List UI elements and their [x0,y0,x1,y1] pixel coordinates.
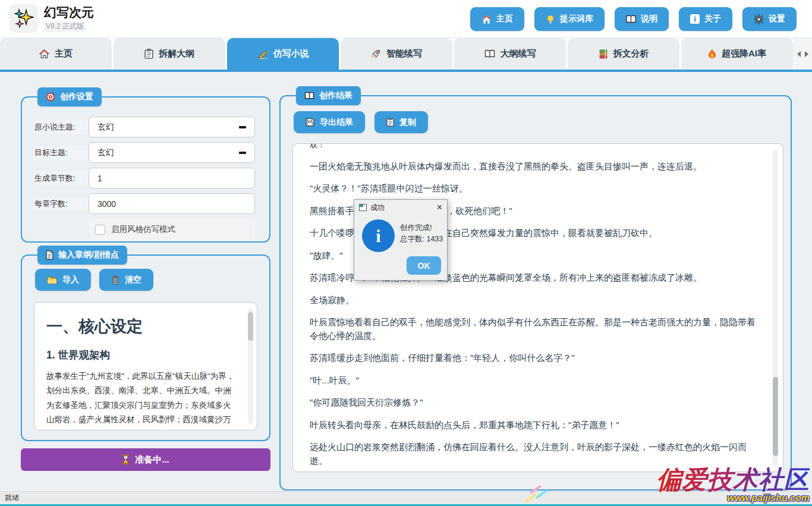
source-theme-label: 原小说主题: [34,120,89,134]
book-icon [626,15,636,24]
copy-button[interactable]: 复制 [374,111,428,133]
sparkles-logo-icon [10,4,38,33]
words-per-chapter-field [89,193,255,214]
dropdown-indicator-icon [239,152,246,154]
app-version: V8.2 正式版 [44,21,86,32]
creation-result-badge: 创作结果 [296,86,361,105]
home-button[interactable]: 主页 [470,7,524,31]
info-circle-icon: i [362,219,395,252]
prompt-library-button-label: 提示词库 [560,14,593,24]
prompt-library-button[interactable]: 提示词库 [534,7,605,31]
export-result-button[interactable]: 导出结果 [294,111,365,133]
result-scrollbar [773,150,778,466]
lightbulb-icon [546,14,555,24]
writing-pencil-icon [257,49,268,59]
source-theme-select[interactable]: 玄幻 [89,117,255,137]
outline-input-badge: 输入章纲/剧情点 [37,246,127,265]
success-dialog-titlebar: 成功 × [354,200,447,215]
target-theme-select[interactable]: 玄幻 [89,142,255,163]
tab-outline-continue-label: 大纲续写 [501,48,536,59]
success-message-line1: 创作完成! [400,222,443,234]
open-book-icon [304,92,314,100]
outline-body-text: 故事发生于"九州玄境"，此界以五座"镇天山脉"为界，划分出东炎、西漠、南泽、北寒… [46,369,237,430]
result-paragraph: 叶辰转头看向母亲，在林氏鼓励的点头后，郑重其事地跪下行礼："弟子愿意！" [310,419,756,432]
tab-outline-extract[interactable]: 拆解大纲 [114,38,225,70]
tab-home[interactable]: 主页 [0,38,112,70]
tab-text-analysis-label: 拆文分析 [613,48,649,59]
trash-icon [111,275,119,285]
help-button[interactable]: 说明 [615,7,669,31]
result-paragraph: 叶辰震惊地看着自己的双手，他能感觉到，体内似乎有什么东西正在苏醒。那是一种古老而… [310,316,756,342]
app-logo: 幻写次元 V8.2 正式版 [10,4,94,33]
generate-status-button[interactable]: 准备中... [21,448,270,471]
creation-settings-panel: 创作设置 原小说主题: 玄幻 目标主题: 玄幻 生成章节数: [21,96,270,243]
outline-textarea[interactable]: 一、核心设定 1. 世界观架构 故事发生于"九州玄境"，此界以五座"镇天山脉"为… [34,302,257,430]
open-book-icon [484,49,495,58]
main-area: 创作设置 原小说主题: 玄幻 目标主题: 玄幻 生成章节数: [0,72,812,491]
tab-scroll-right-icon[interactable] [805,51,808,57]
chapter-count-label: 生成章节数: [34,171,89,186]
books-icon [599,49,608,59]
result-paragraph: "你可愿随我回天衍宗修炼？" [310,396,756,410]
outline-input-title: 输入章纲/剧情点 [58,250,119,260]
tab-scroll-arrows [793,38,812,70]
success-dialog: 成功 × i 创作完成! 总字数: 1433 OK [354,199,448,281]
tab-outline-continue[interactable]: 大纲续写 [454,38,566,70]
home-icon [39,49,49,59]
tab-imitate-novel-label: 仿写小说 [273,48,309,59]
success-dialog-title: 成功 [370,203,385,213]
close-icon[interactable]: × [437,203,442,212]
rocket-icon [371,49,381,59]
home-icon [481,14,492,24]
save-icon [306,118,314,127]
dropdown-indicator-icon [239,126,246,128]
tab-smart-continue-label: 智能续写 [386,48,422,59]
outline-input-panel: 输入章纲/剧情点 导入 清空 一、核心设定 1. 世界观架构 故事发生于"九州玄… [21,254,270,441]
outline-subheading: 1. 世界观架构 [46,348,237,362]
chapter-count-input[interactable] [97,174,246,183]
export-result-label: 导出结果 [320,117,353,128]
result-paragraph: 苏清瑶缓步走到他面前，仔细打量着他："年轻人，你叫什么名字？" [310,351,756,365]
tab-reduce-ai-rate[interactable]: 超强降AI率 [681,38,793,70]
target-theme-label: 目标主题: [34,146,89,160]
header-nav: 主页 提示词库 说明 i 关于 设置 [470,7,797,31]
help-button-label: 说明 [641,14,657,24]
result-scrollbar-thumb[interactable] [773,377,778,456]
clear-button-label: 清空 [125,275,141,285]
success-message: 创作完成! 总字数: 1433 [400,222,443,246]
tab-scroll-left-icon[interactable] [797,51,801,57]
app-title: 幻写次元 [44,5,94,20]
home-button-label: 主页 [496,14,513,24]
tab-reduce-ai-rate-label: 超强降AI率 [722,48,766,59]
about-button[interactable]: i 关于 [679,7,732,31]
tab-text-analysis[interactable]: 拆文分析 [568,38,679,70]
target-icon [46,92,55,102]
words-per-chapter-input[interactable] [97,199,246,209]
clear-button[interactable]: 清空 [99,269,153,291]
result-paragraph: "火灵体？！"苏清瑶眼中闪过一丝惊讶。 [310,182,756,196]
chapter-count-field [89,168,255,188]
import-button[interactable]: 导入 [35,269,91,291]
generate-status-label: 准备中... [135,454,169,466]
outline-heading: 一、核心设定 [46,316,237,337]
app-header: 幻写次元 V8.2 正式版 主页 提示词库 说明 i 关于 [0,0,812,38]
outline-scrollbar-thumb[interactable] [248,312,253,341]
ok-button[interactable]: OK [407,256,441,275]
creation-settings-title: 创作设置 [60,92,93,102]
tab-imitate-novel[interactable]: 仿写小说 [227,38,339,70]
import-button-label: 导入 [62,275,79,285]
style-mode-label: 启用风格仿写模式 [111,224,175,235]
result-textarea[interactable]: 双： 一团火焰毫无预兆地从叶辰体内爆发而出，直接吞没了黑熊的拳头。盗匪头目惨叫一… [292,143,783,472]
result-paragraph: 双： [310,143,756,151]
copy-icon [386,118,394,127]
tab-smart-continue[interactable]: 智能续写 [341,38,452,70]
fire-icon [708,49,716,59]
style-mode-row: 启用风格仿写模式 [89,219,255,240]
style-mode-checkbox[interactable] [95,225,105,235]
settings-button[interactable]: 设置 [742,7,797,31]
about-button-label: 关于 [704,14,721,24]
tab-bar: 主页 拆解大纲 仿写小说 智能续写 大纲续写 [0,38,812,70]
status-bar: 就绪 [0,491,812,504]
window-icon [359,204,367,211]
target-theme-value: 玄幻 [97,147,114,158]
